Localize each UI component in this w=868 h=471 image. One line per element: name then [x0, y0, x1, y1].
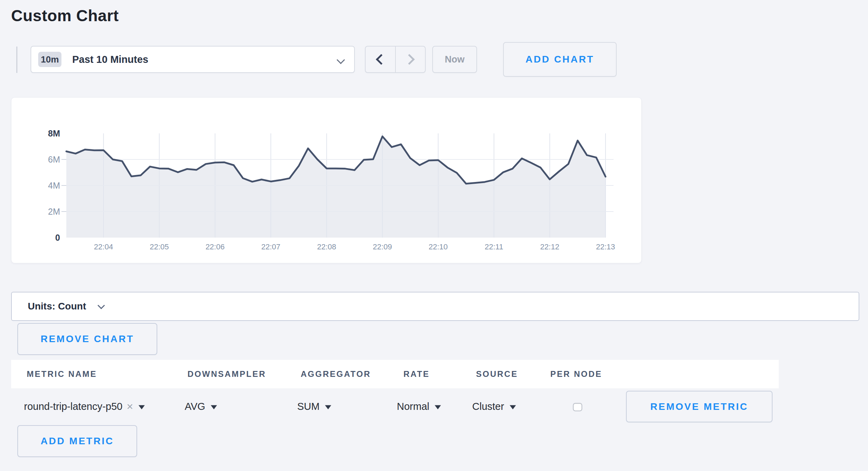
svg-text:22:06: 22:06 [206, 242, 225, 251]
metrics-table-header [11, 360, 779, 388]
caret-down-icon [510, 405, 516, 409]
remove-metric-button[interactable]: REMOVE METRIC [626, 391, 773, 422]
caret-down-icon [435, 405, 441, 409]
svg-text:22:12: 22:12 [540, 242, 559, 251]
clear-metric-icon[interactable]: × [127, 400, 133, 412]
units-label: Units: Count [28, 301, 86, 312]
aggregator-value: SUM [297, 401, 319, 412]
timeseries-chart[interactable]: 22:0422:0522:0622:0722:0822:0922:1022:11… [11, 98, 641, 263]
column-header-rate: RATE [403, 369, 430, 379]
chevron-down-icon [336, 56, 345, 64]
svg-text:22:10: 22:10 [429, 242, 448, 251]
svg-text:4M: 4M [48, 181, 60, 190]
metric-name-select[interactable]: round-trip-latency-p50 × [24, 401, 145, 412]
rate-value: Normal [397, 401, 429, 412]
now-button[interactable]: Now [432, 46, 477, 73]
column-header-aggregator: AGGREGATOR [301, 369, 371, 379]
add-chart-button[interactable]: ADD CHART [503, 42, 617, 77]
per-node-checkbox[interactable] [573, 403, 582, 411]
time-back-button[interactable] [366, 47, 395, 72]
svg-text:0: 0 [55, 233, 60, 242]
svg-text:22:09: 22:09 [373, 242, 392, 251]
source-value: Cluster [472, 401, 504, 412]
time-range-label: Past 10 Minutes [72, 54, 148, 65]
svg-text:22:11: 22:11 [485, 242, 503, 251]
svg-text:2M: 2M [48, 207, 60, 216]
chevron-right-icon [404, 54, 415, 65]
column-header-downsampler: DOWNSAMPLER [187, 369, 266, 379]
source-select[interactable]: Cluster [472, 401, 516, 412]
toolbar-divider [16, 47, 17, 73]
svg-text:22:08: 22:08 [317, 242, 336, 251]
caret-down-icon [325, 405, 331, 409]
caret-down-icon [139, 405, 145, 409]
time-nav-group [365, 46, 426, 73]
column-header-metric-name: METRIC NAME [27, 369, 97, 379]
page-title: Custom Chart [11, 6, 119, 25]
time-range-dropdown[interactable]: 10m Past 10 Minutes [31, 46, 355, 73]
metric-name-value: round-trip-latency-p50 [24, 401, 123, 412]
chart-card: 22:0422:0522:0622:0722:0822:0922:1022:11… [11, 97, 642, 263]
custom-chart-page: Custom Chart 10m Past 10 Minutes Now ADD… [0, 0, 868, 471]
downsampler-select[interactable]: AVG [185, 401, 217, 412]
time-range-badge: 10m [38, 52, 61, 67]
column-header-per-node: PER NODE [550, 369, 602, 379]
units-dropdown[interactable]: Units: Count [11, 292, 859, 321]
remove-chart-button[interactable]: REMOVE CHART [17, 323, 157, 355]
svg-text:22:13: 22:13 [596, 242, 615, 251]
svg-text:8M: 8M [48, 129, 60, 138]
time-forward-button[interactable] [395, 47, 425, 72]
aggregator-select[interactable]: SUM [297, 401, 331, 412]
downsampler-value: AVG [185, 401, 205, 412]
svg-text:22:04: 22:04 [94, 242, 113, 251]
add-metric-button[interactable]: ADD METRIC [17, 425, 137, 457]
chevron-left-icon [376, 54, 387, 65]
caret-down-icon [211, 405, 217, 409]
rate-select[interactable]: Normal [397, 401, 441, 412]
svg-text:6M: 6M [48, 155, 60, 164]
svg-text:22:07: 22:07 [261, 242, 281, 251]
svg-text:22:05: 22:05 [150, 242, 169, 251]
chevron-down-icon [98, 301, 105, 309]
column-header-source: SOURCE [476, 369, 518, 379]
